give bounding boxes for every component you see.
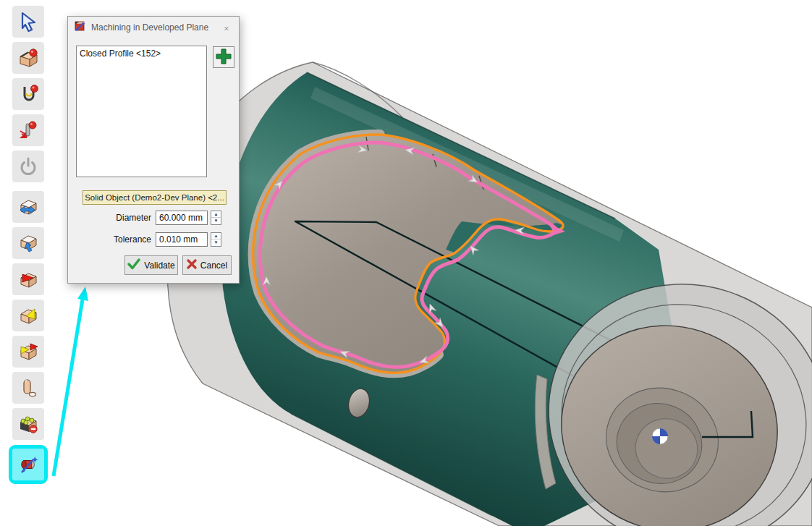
check-icon	[127, 258, 140, 272]
plus-icon	[215, 48, 232, 67]
tolerance-stepper[interactable]: ▲▼	[211, 232, 221, 247]
stock-block-icon	[17, 47, 39, 69]
toolbar-button-probe[interactable]	[12, 114, 44, 146]
diameter-stepper[interactable]: ▲▼	[211, 211, 221, 225]
toolbar-button-select[interactable]	[12, 6, 44, 38]
toolbar-button-two-flags[interactable]	[12, 336, 44, 368]
diameter-row: Diameter ▲▼	[83, 210, 227, 225]
cancel-button[interactable]: Cancel	[182, 255, 232, 275]
toolbar-button-power[interactable]	[12, 150, 44, 182]
close-icon[interactable]	[220, 22, 233, 35]
machining-developed-plane-icon	[17, 454, 39, 475]
dialog-titlebar[interactable]: Machining in Developed Plane	[68, 17, 239, 38]
tolerance-input[interactable]	[156, 232, 208, 247]
list-item[interactable]: Closed Profile <152>	[80, 48, 203, 59]
toolbar-button-red-flag[interactable]	[12, 263, 44, 295]
toolbar	[12, 6, 56, 485]
diameter-input[interactable]	[156, 211, 208, 225]
toolbar-button-machining-developed-plane[interactable]	[12, 449, 44, 480]
toolbar-button-move-diagonal[interactable]	[12, 227, 44, 259]
toolbar-button-yellow-flag[interactable]	[12, 300, 44, 331]
clamp-u-icon	[17, 83, 39, 105]
block-yellow-flag-icon	[17, 305, 39, 326]
toolbar-button-spheres-remove[interactable]	[12, 408, 44, 440]
cancel-label: Cancel	[200, 260, 227, 271]
capsule-tool-icon	[17, 377, 39, 399]
block-spheres-remove-icon	[17, 413, 39, 435]
validate-label: Validate	[144, 260, 174, 271]
toolbar-button-stock[interactable]	[12, 42, 44, 74]
block-red-flag-icon	[17, 268, 39, 290]
x-icon	[187, 259, 197, 271]
probe-pin-icon	[17, 119, 39, 141]
machining-dialog: Machining in Developed Plane Closed Prof…	[67, 16, 240, 284]
validate-button[interactable]: Validate	[124, 255, 178, 275]
tolerance-label: Tolerance	[83, 234, 156, 245]
toolbar-button-capsule[interactable]	[12, 372, 44, 404]
block-two-flags-icon	[17, 341, 39, 362]
profile-list[interactable]: Closed Profile <152>	[76, 46, 207, 177]
toolbar-button-clamp[interactable]	[12, 78, 44, 110]
power-icon	[17, 156, 39, 177]
select-cursor-icon	[17, 11, 39, 33]
solid-object-button[interactable]: Solid Object (Demo2-Dev Plane) <2...	[83, 190, 227, 205]
diameter-label: Diameter	[83, 213, 156, 223]
add-profile-button[interactable]	[213, 46, 234, 68]
dialog-title: Machining in Developed Plane	[91, 22, 208, 33]
developed-plane-icon	[75, 20, 86, 35]
origin-marker[interactable]	[652, 428, 668, 444]
toolbar-button-move-horizontal[interactable]	[12, 191, 44, 223]
block-move-horizontal-icon	[17, 196, 39, 218]
block-move-diagonal-icon	[17, 232, 39, 254]
tolerance-row: Tolerance ▲▼	[83, 232, 227, 247]
